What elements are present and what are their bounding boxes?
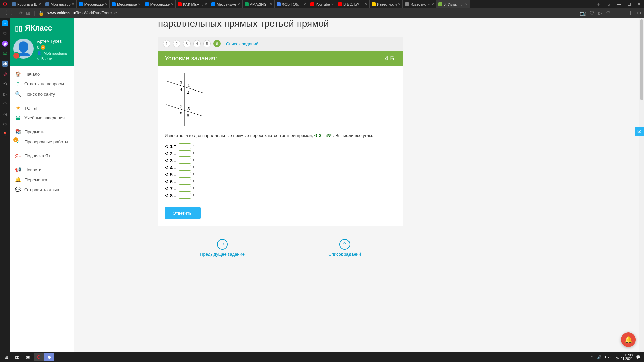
tray-chevron-icon[interactable]: ⌃	[591, 355, 594, 359]
chrome-icon[interactable]: ◉	[23, 353, 33, 361]
sidebar-item[interactable]: Я+Подписка Я+	[10, 151, 74, 161]
volume-icon[interactable]: 🔊	[597, 355, 602, 359]
new-tab-button[interactable]: +	[594, 1, 604, 7]
tab-close-icon[interactable]: ×	[365, 2, 367, 7]
sidebar-item[interactable]: ★ТОПы	[10, 103, 74, 113]
tab-close-icon[interactable]: ×	[238, 2, 240, 7]
angle-input-7[interactable]	[179, 186, 191, 192]
language-indicator[interactable]: РУС	[605, 355, 612, 359]
angle-input-6[interactable]	[179, 179, 191, 185]
home-icon[interactable]: ⌂	[2, 20, 8, 26]
avatar[interactable]: 👤	[13, 39, 34, 59]
step-4[interactable]: 4	[193, 40, 201, 47]
scrollbar-thumb[interactable]	[640, 19, 643, 100]
send-icon[interactable]: ▷	[598, 10, 602, 16]
tab-close-icon[interactable]: ×	[105, 2, 107, 7]
instagram-icon[interactable]: ◎	[2, 71, 8, 77]
browser-tab[interactable]: Мессендже×	[209, 0, 243, 8]
browser-tab[interactable]: ФСБ | Общи×	[275, 0, 308, 8]
action-center-icon[interactable]: 💬	[636, 355, 641, 359]
tab-close-icon[interactable]: ×	[72, 2, 74, 7]
step-2[interactable]: 2	[173, 40, 180, 47]
heart-icon[interactable]: ♡	[606, 10, 610, 16]
messenger-icon[interactable]: ◉	[2, 41, 8, 47]
url-field[interactable]: www.yaklass.ru/TestWorkRun/Exercise	[47, 11, 577, 15]
minimize-button[interactable]: ―	[614, 0, 624, 8]
vk-icon[interactable]: vk	[2, 61, 8, 67]
tab-close-icon[interactable]: ×	[331, 2, 334, 7]
prev-task-button[interactable]: 〈 Предыдущее задание	[200, 239, 245, 257]
easy-setup-icon[interactable]: ⚙	[637, 10, 641, 16]
speed-dial-icon[interactable]: ⊞	[26, 10, 30, 16]
settings-icon[interactable]: ⚙	[2, 121, 8, 127]
angle-input-3[interactable]	[179, 158, 191, 164]
discord-icon[interactable]: ☻	[44, 353, 54, 361]
maximize-button[interactable]: ☐	[624, 0, 634, 8]
camera-icon[interactable]: 📷	[580, 10, 586, 16]
browser-tab[interactable]: КАК МЕНЯ !×	[176, 0, 209, 8]
cube-icon[interactable]: ⬚	[620, 10, 624, 16]
angle-input-1[interactable]	[179, 143, 191, 149]
notification-bell[interactable]: 🔔	[621, 332, 636, 347]
task-view-icon[interactable]: ▦	[12, 353, 22, 361]
angle-input-8[interactable]	[179, 193, 191, 199]
back-button[interactable]: 〈	[3, 10, 7, 16]
task-list-button[interactable]: ⌃ Список заданий	[328, 239, 361, 257]
sidebar-item[interactable]: 🏛Учебные заведения	[10, 113, 74, 123]
angle-input-5[interactable]	[179, 172, 191, 178]
download-icon[interactable]: ⭳	[628, 10, 633, 16]
mail-side-button[interactable]: ✉	[635, 127, 644, 136]
search-icon[interactable]: ⌕	[604, 0, 614, 8]
angle-input-4[interactable]	[179, 165, 191, 171]
answer-button[interactable]: Ответить!	[165, 207, 201, 219]
tab-close-icon[interactable]: ×	[304, 2, 306, 7]
tab-close-icon[interactable]: ×	[205, 2, 207, 7]
step-list-link[interactable]: Список заданий	[226, 41, 259, 46]
shield-icon[interactable]: 🛡	[590, 10, 594, 16]
sidebar-item[interactable]: ?Ответы на вопросы	[10, 79, 74, 89]
browser-tab[interactable]: YouTube×	[308, 0, 336, 8]
step-5[interactable]: 5	[203, 40, 211, 47]
browser-tab[interactable]: Мои настро×	[43, 0, 77, 8]
bookmark-icon[interactable]: ♡	[2, 31, 8, 37]
browser-tab[interactable]: Мессендже×	[77, 0, 110, 8]
player-icon[interactable]: ▷	[2, 91, 8, 97]
sidebar-item[interactable]: 🔍Поиск по сайту	[10, 89, 74, 99]
browser-tab[interactable]: Известно, ч×	[403, 0, 436, 8]
step-3[interactable]: 3	[183, 40, 191, 47]
pin-icon[interactable]: 📍	[2, 131, 8, 137]
browser-tab[interactable]: В БОЛЬ? СГ×	[336, 0, 370, 8]
step-1[interactable]: 1	[163, 40, 170, 47]
browser-tab[interactable]: 6. Углы, обр×	[436, 0, 470, 8]
heart-sidebar-icon[interactable]: ♡	[2, 101, 8, 107]
tab-close-icon[interactable]: ×	[270, 2, 272, 7]
logout-link[interactable]: ⎋Выйти	[37, 57, 67, 61]
close-button[interactable]: ✕	[634, 0, 644, 8]
sidebar-item[interactable]: 🔔Переменка	[10, 175, 74, 185]
profile-link[interactable]: 👤Мой профиль	[37, 51, 67, 55]
sidebar-item[interactable]: 💬Отправить отзыв	[10, 185, 74, 195]
reload-button[interactable]: ⟳	[19, 10, 23, 16]
tab-close-icon[interactable]: ×	[138, 2, 141, 7]
clock[interactable]: 11:08 24.01.2021	[616, 353, 633, 361]
start-button[interactable]: ⊞	[1, 353, 11, 361]
browser-tab[interactable]: Мессендже×	[110, 0, 143, 8]
logo-header[interactable]: ▯▯ЯКласс	[10, 18, 74, 39]
browser-tab[interactable]: Мессендже×	[143, 0, 176, 8]
clock-icon[interactable]: ◷	[2, 111, 8, 117]
tab-close-icon[interactable]: ×	[398, 2, 400, 7]
step-6[interactable]: 6	[213, 40, 221, 47]
tab-close-icon[interactable]: ×	[432, 2, 434, 7]
browser-tab[interactable]: Известно, ч×	[370, 0, 403, 8]
sidebar-item[interactable]: 📚Предметы	[10, 127, 74, 137]
scrollbar[interactable]	[639, 18, 644, 352]
opera-taskbar-icon[interactable]: O	[34, 353, 44, 361]
lock-icon[interactable]: 🔒	[38, 10, 44, 16]
forward-button[interactable]: 〉	[11, 10, 15, 16]
tab-close-icon[interactable]: ×	[39, 2, 41, 7]
more-icon[interactable]: ⋯	[2, 343, 8, 349]
tab-close-icon[interactable]: ×	[171, 2, 173, 7]
whatsapp-icon[interactable]: ☏	[2, 51, 8, 57]
browser-tab[interactable]: AMAZING |×	[243, 0, 275, 8]
sidebar-item[interactable]: 2✓Проверочные работы	[10, 137, 74, 147]
